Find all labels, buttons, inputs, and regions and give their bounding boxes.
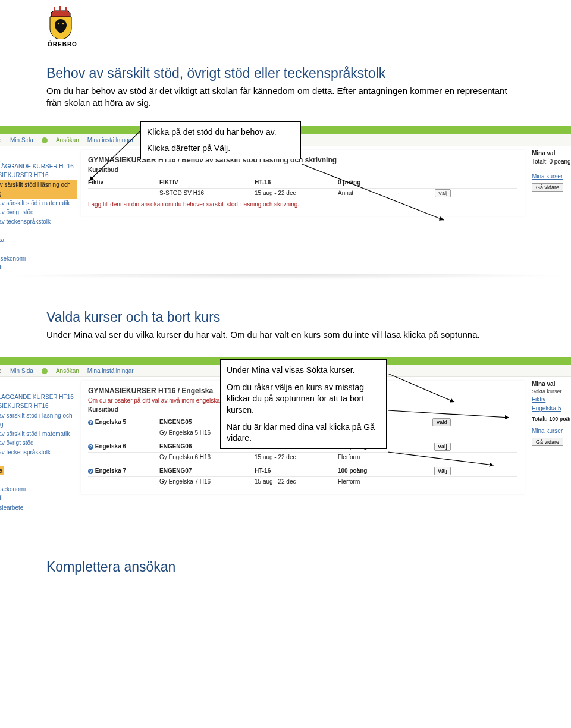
- shot1-brand: ÖREBRO: [0, 137, 2, 143]
- logo-text: ÖREBRO: [48, 41, 571, 48]
- nav-active-icon: [42, 137, 48, 143]
- sidebar-item[interactable]: Behov av särskilt stöd i matematik: [0, 429, 77, 439]
- nav-installningar[interactable]: Mina inställningar: [87, 368, 134, 374]
- sidebar-item[interactable]: Behov av teckenspråkstolk: [0, 448, 77, 457]
- minaval-title: Mina val: [532, 150, 571, 156]
- callout-line-1: Klicka på det stöd du har behov av.: [147, 127, 294, 138]
- svg-point-4: [62, 23, 64, 24]
- table-row: ? Engelska 7 ENGENG07 HT-16 100 poäng Vä…: [88, 465, 517, 477]
- sidebar-item[interactable]: Fysik: [0, 244, 77, 254]
- sidebar-item[interactable]: Behov av särskilt stöd i läsning och skr…: [0, 180, 77, 199]
- section-sub: Kursutbud: [88, 167, 517, 173]
- sidebar-item[interactable]: Behov av särskilt stöd i matematik: [0, 199, 77, 208]
- minakurser-link[interactable]: Mina kurser: [532, 173, 571, 180]
- callout-line-2: Klicka därefter på Välj.: [147, 143, 294, 154]
- minaval-total: Totalt: 100 poäng: [532, 416, 571, 422]
- nav-minsida[interactable]: Min Sida: [10, 368, 33, 374]
- nav-minsida[interactable]: Min Sida: [10, 137, 33, 143]
- callout-box-1: Klicka på det stöd du har behov av. Klic…: [140, 121, 301, 159]
- minaval-title: Mina val: [532, 381, 571, 387]
- section1-paragraph: Om du har behov av stöd är det viktigt a…: [46, 85, 525, 108]
- svg-rect-2: [65, 7, 67, 12]
- svg-point-3: [58, 23, 59, 24]
- valj-button[interactable]: Välj: [435, 189, 451, 197]
- callout2-line1: Under Mina val visas Sökta kurser.: [227, 365, 380, 376]
- shot1-sidebar: Kursutbud GRUNDLÄGGANDE KURSER HT16 GYMN…: [0, 146, 81, 277]
- sidebar-item[interactable]: Behov av teckenspråkstolk: [0, 217, 77, 227]
- callout-box-2: Under Mina val visas Sökta kurser. Om du…: [220, 359, 387, 449]
- sidebar-item[interactable]: Geografi: [0, 263, 77, 272]
- svg-rect-1: [59, 6, 61, 12]
- fiktiv-link[interactable]: Fiktiv: [532, 396, 545, 403]
- sidebar-item[interactable]: Företagsekonomi: [0, 485, 77, 494]
- sidebar-header: Kursutbud: [0, 382, 77, 391]
- sidebar-item[interactable]: Biologi: [0, 226, 77, 236]
- sidebar-item[interactable]: Historia: [0, 512, 77, 522]
- sidebar-item[interactable]: Behov av särskilt stöd i läsning och skr…: [0, 411, 77, 429]
- shot2-rightcol: Mina val Sökta kurser Fiktiv Engelska 5 …: [529, 377, 571, 450]
- shot2-brand: ÖREBRO: [0, 368, 2, 374]
- sidebar-item[interactable]: Kemi: [0, 522, 77, 531]
- nav-ansokan[interactable]: Ansökan: [56, 368, 79, 374]
- section2-paragraph: Under Mina val ser du vilka kurser du ha…: [46, 329, 525, 341]
- table-row: S-STÖD SV H16 15 aug - 22 dec Annat Välj: [88, 189, 517, 197]
- sidebar-group-2[interactable]: GYMNASIEKURSER HT16: [0, 401, 77, 411]
- sidebar-item[interactable]: Behov av övrigt stöd: [0, 438, 77, 448]
- nav-installningar[interactable]: Mina inställningar: [87, 137, 134, 143]
- callout2-line3: När du är klar med dina val klicka på Gå…: [227, 422, 380, 444]
- section3-heading: Komplettera ansökan: [46, 559, 525, 575]
- sokta-label: Sökta kurser: [532, 388, 571, 394]
- shot1-main: GYMNASIEKURSER HT16 / Behov av särskilt …: [81, 150, 525, 216]
- help-icon[interactable]: ?: [88, 420, 93, 425]
- vald-badge: Vald: [432, 418, 451, 426]
- sidebar-item[interactable]: Fysik: [0, 475, 77, 485]
- sidebar-item[interactable]: Engelska: [0, 466, 4, 476]
- sidebar-item[interactable]: Behov av övrigt stöd: [0, 208, 77, 217]
- notice-text: Lägg till denna i din ansökan om du behö…: [88, 201, 517, 208]
- sidebar-group-1[interactable]: GRUNDLÄGGANDE KURSER HT16: [0, 162, 77, 171]
- sidebar-header: Kursutbud: [0, 151, 77, 161]
- sidebar-item[interactable]: Geografi: [0, 494, 77, 503]
- help-icon[interactable]: ?: [88, 469, 93, 474]
- gavidare-button[interactable]: Gå vidare: [532, 438, 563, 446]
- sidebar-item[interactable]: Engelska: [0, 236, 77, 245]
- section2-heading: Valda kurser och ta bort kurs: [46, 309, 525, 325]
- svg-rect-0: [54, 7, 55, 12]
- table-row: Gy Engelska 6 H16 15 aug - 22 dec Flerfo…: [88, 453, 517, 462]
- shot1-rightcol: Mina val Totalt: 0 poäng Mina kurser Gå …: [529, 146, 571, 195]
- nav-ansokan[interactable]: Ansökan: [56, 137, 79, 143]
- nav-active-icon: [42, 368, 48, 374]
- logo-crest: [48, 6, 571, 39]
- sidebar-item[interactable]: Biologi: [0, 457, 77, 466]
- minakurser-link[interactable]: Mina kurser: [532, 428, 571, 434]
- table-header: Fiktiv FIKTIV HT-16 0 poäng: [88, 177, 517, 189]
- sidebar-group-1[interactable]: GRUNDLÄGGANDE KURSER HT16: [0, 393, 77, 402]
- table-row: Gy Engelska 7 H16 15 aug - 22 dec Flerfo…: [88, 477, 517, 486]
- help-icon[interactable]: ?: [88, 444, 93, 450]
- eng5-link[interactable]: Engelska 5: [532, 405, 561, 412]
- minaval-total: Totalt: 0 poäng: [532, 158, 571, 165]
- sidebar-group-2[interactable]: GYMNASIEKURSER HT16: [0, 171, 77, 180]
- gavidare-button[interactable]: Gå vidare: [532, 183, 563, 192]
- shot2-sidebar: Kursutbud GRUNDLÄGGANDE KURSER HT16 GYMN…: [0, 377, 81, 535]
- callout2-line2: Om du råkar välja en kurs av misstag kli…: [227, 382, 380, 416]
- sidebar-item[interactable]: Gymnasiearbete: [0, 503, 77, 513]
- valj-button[interactable]: Välj: [434, 467, 451, 475]
- sidebar-item[interactable]: Företagsekonomi: [0, 254, 77, 263]
- valj-button[interactable]: Välj: [434, 443, 451, 451]
- section1-heading: Behov av särskilt stöd, övrigt stöd elle…: [46, 65, 525, 81]
